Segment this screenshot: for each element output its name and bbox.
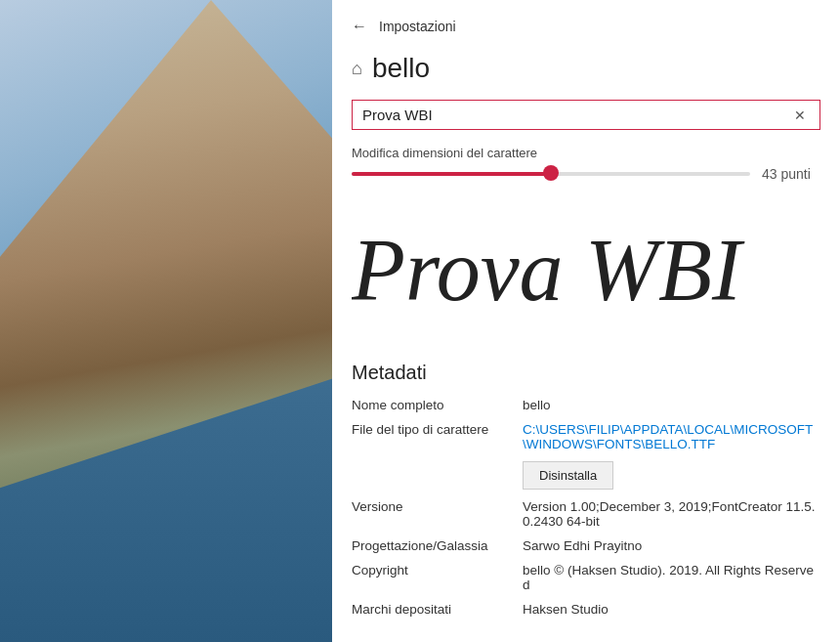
metadata-key-copyright: Copyright bbox=[352, 563, 523, 578]
metadata-key-marchi: Marchi depositati bbox=[352, 602, 523, 617]
metadata-row-marchi: Marchi depositati Haksen Studio bbox=[352, 602, 820, 617]
metadata-row-progettazione: Progettazione/Galassia Sarwo Edhi Prayit… bbox=[352, 538, 820, 553]
home-icon: ⌂ bbox=[352, 59, 362, 79]
top-bar: ← Impostazioni bbox=[332, 0, 840, 49]
font-preview-text: Prova WBI bbox=[352, 227, 741, 315]
topbar-title: Impostazioni bbox=[379, 19, 456, 34]
slider-thumb[interactable] bbox=[543, 165, 559, 181]
font-size-slider-section: Modifica dimensioni del carattere 43 pun… bbox=[352, 146, 820, 182]
metadata-title: Metadati bbox=[352, 362, 820, 384]
preview-input-container: ✕ bbox=[352, 100, 820, 130]
metadata-value-marchi: Haksen Studio bbox=[523, 602, 820, 617]
slider-track[interactable] bbox=[352, 172, 750, 176]
settings-panel: ← Impostazioni ⌂ bello ✕ Modifica dimens… bbox=[332, 0, 840, 642]
preview-input[interactable] bbox=[362, 107, 790, 123]
metadata-value-versione: Version 1.00;December 3, 2019;FontCreato… bbox=[523, 499, 820, 529]
metadata-row-versione: Versione Version 1.00;December 3, 2019;F… bbox=[352, 499, 820, 529]
metadata-row-file: File del tipo di carattere C:\USERS\FILI… bbox=[352, 422, 820, 451]
metadata-value-copyright: bello © (Haksen Studio). 2019. All Right… bbox=[523, 563, 820, 592]
uninstall-row: Disinstalla bbox=[523, 461, 820, 490]
back-button[interactable]: ← bbox=[348, 14, 371, 39]
metadata-row-nome: Nome completo bello bbox=[352, 398, 820, 412]
metadata-key-progettazione: Progettazione/Galassia bbox=[352, 538, 523, 553]
metadata-key-file: File del tipo di carattere bbox=[352, 422, 523, 437]
metadata-value-file: C:\USERS\FILIP\APPDATA\LOCAL\MICROSOFT\W… bbox=[523, 422, 820, 451]
metadata-section: Metadati Nome completo bello File del ti… bbox=[352, 354, 820, 617]
clear-button[interactable]: ✕ bbox=[790, 107, 810, 123]
metadata-key-versione: Versione bbox=[352, 499, 523, 514]
metadata-key-nome: Nome completo bbox=[352, 398, 523, 412]
content-area: ✕ Modifica dimensioni del carattere 43 p… bbox=[332, 100, 840, 617]
font-preview-area: Prova WBI bbox=[352, 197, 820, 354]
uninstall-button[interactable]: Disinstalla bbox=[523, 461, 613, 490]
metadata-row-copyright: Copyright bello © (Haksen Studio). 2019.… bbox=[352, 563, 820, 592]
metadata-table: Nome completo bello File del tipo di car… bbox=[352, 398, 820, 617]
page-title: bello bbox=[372, 53, 430, 84]
metadata-value-nome: bello bbox=[523, 398, 820, 412]
slider-label: Modifica dimensioni del carattere bbox=[352, 146, 820, 160]
slider-value: 43 punti bbox=[762, 166, 820, 182]
page-header: ⌂ bello bbox=[332, 49, 840, 100]
slider-row: 43 punti bbox=[352, 166, 820, 182]
back-arrow-icon: ← bbox=[352, 18, 367, 35]
slider-fill bbox=[352, 172, 551, 176]
metadata-value-progettazione: Sarwo Edhi Prayitno bbox=[523, 538, 820, 553]
